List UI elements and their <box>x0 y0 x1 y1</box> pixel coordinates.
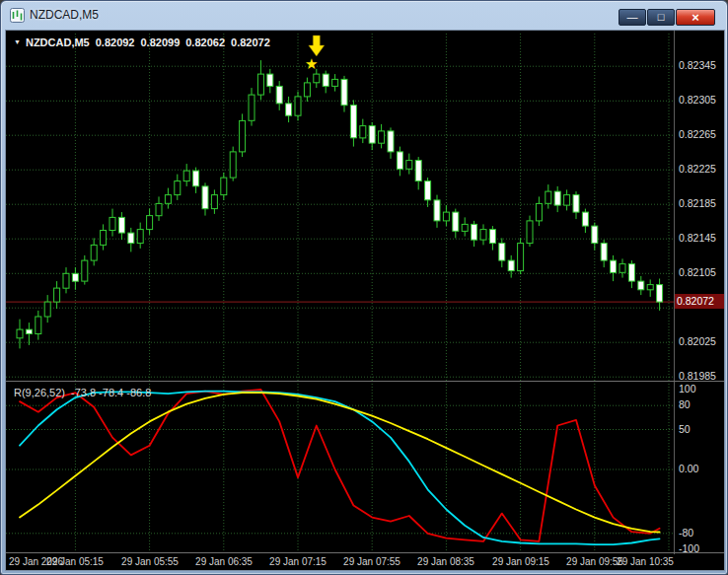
indicator-label: R(9,26,52)-73.8 -78.4 -86.8 <box>14 387 151 398</box>
ohlc-high: 0.82099 <box>140 36 180 48</box>
down-arrow-annotation <box>309 36 325 56</box>
time-label: 29 Jan 09:55 <box>566 556 623 567</box>
window-controls: — □ × <box>619 9 715 26</box>
time-label: 29 Jan 05:55 <box>121 556 179 567</box>
indicator-scale-label: 50 <box>679 423 726 435</box>
chart-header: ▼NZDCAD,M50.820920.820990.820620.82072 <box>14 36 270 48</box>
close-icon: × <box>692 12 699 23</box>
time-axis-separator[interactable] <box>6 552 724 553</box>
ohlc-low: 0.82062 <box>185 36 225 48</box>
indicator-scale-label: 0.00 <box>679 463 726 474</box>
chart-area: ★ ▼NZDCAD,M50.820920.820990.820620.82072… <box>5 30 725 571</box>
app-window: NZDCAD,M5 — □ × ★ ▼NZDCAD,M50.820920.820… <box>0 0 728 575</box>
current-price-box: 0.82072 <box>675 294 724 309</box>
indicator-scale-label: -100 <box>679 542 726 554</box>
time-label: 29 Jan 10:35 <box>617 556 674 567</box>
window-title: NZDCAD,M5 <box>30 8 99 22</box>
minimize-icon: — <box>627 12 638 23</box>
price-label: 0.82145 <box>679 232 726 244</box>
chart-window-icon <box>10 8 25 23</box>
ohlc-close: 0.82072 <box>231 36 270 48</box>
indicator-scale-label: 100 <box>679 383 726 395</box>
price-label: 0.82305 <box>679 94 726 106</box>
current-price-value: 0.82072 <box>677 295 714 307</box>
oscillator-chart[interactable] <box>6 384 674 551</box>
window-titlebar[interactable]: NZDCAD,M5 — □ × <box>1 1 727 30</box>
time-label: 29 Jan 07:55 <box>343 556 400 567</box>
price-axis[interactable] <box>675 31 724 554</box>
price-label: 0.82025 <box>679 335 726 347</box>
time-label: 29 Jan 07:15 <box>269 556 327 567</box>
price-label: 0.82265 <box>679 128 726 140</box>
minimize-button[interactable]: — <box>619 9 646 26</box>
chart-symbol-label: NZDCAD,M5 <box>26 36 90 48</box>
star-annotation: ★ <box>305 55 318 72</box>
pane-separator[interactable] <box>6 381 724 382</box>
price-label: 0.81985 <box>679 370 726 382</box>
maximize-button[interactable]: □ <box>647 9 675 26</box>
indicator-name: R(9,26,52) <box>14 387 65 398</box>
price-label: 0.82105 <box>679 266 726 278</box>
indicator-values: -73.8 -78.4 -86.8 <box>71 387 151 398</box>
close-button[interactable]: × <box>676 9 715 26</box>
time-label: 29 Jan 06:35 <box>195 556 253 567</box>
time-label: 29 Jan 09:15 <box>492 556 549 567</box>
time-label: 29 Jan 08:35 <box>417 556 474 567</box>
ohlc-open: 0.82092 <box>96 36 135 48</box>
price-label: 0.82185 <box>679 197 726 209</box>
time-label: 29 Jan 05:15 <box>46 556 104 567</box>
indicator-scale-label: 80 <box>679 398 726 410</box>
candlestick-chart[interactable]: ★ <box>6 34 674 381</box>
price-label: 0.82225 <box>679 163 726 175</box>
price-label: 0.82345 <box>679 59 726 71</box>
maximize-icon: □ <box>658 12 665 23</box>
indicator-scale-label: -80 <box>679 527 726 539</box>
symbol-dropdown-icon: ▼ <box>14 38 21 45</box>
